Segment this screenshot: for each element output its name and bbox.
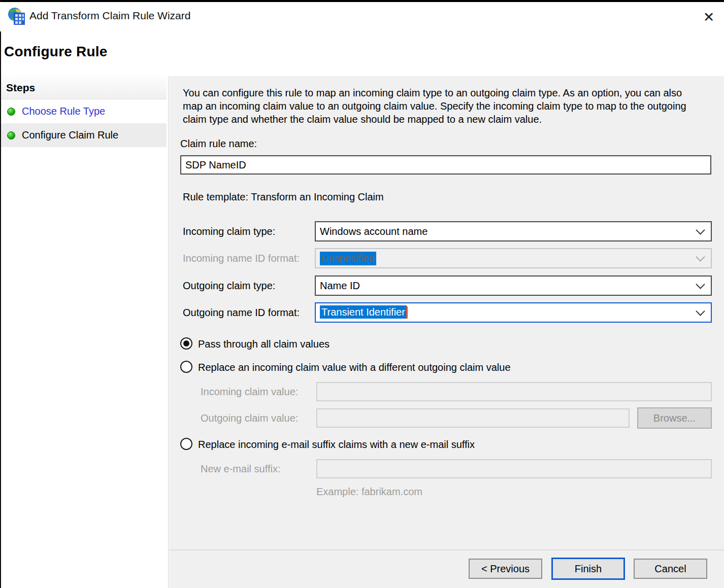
radio-pass-through-label: Pass through all claim values — [198, 338, 330, 350]
close-button[interactable]: ✕ — [698, 7, 720, 27]
steps-heading: Steps — [1, 76, 167, 99]
close-icon: ✕ — [703, 11, 715, 24]
outgoing-name-id-format-value-wrap: Transient Identifier — [320, 306, 408, 319]
radio-replace-email-label: Replace incoming e-mail suffix claims wi… — [198, 439, 475, 451]
chevron-down-icon — [696, 280, 705, 289]
step-complete-icon — [7, 131, 15, 140]
rule-description: You can configure this rule to map an in… — [183, 86, 698, 126]
incoming-claim-value-label: Incoming claim value: — [201, 386, 298, 398]
incoming-claim-type-select[interactable]: Windows account name — [315, 221, 712, 241]
incoming-claim-type-value: Windows account name — [320, 226, 427, 237]
main-panel: You can configure this rule to map an in… — [169, 76, 724, 549]
radio-replace-value-label: Replace an incoming claim value with a d… — [198, 362, 511, 373]
adfs-app-icon — [7, 7, 26, 26]
sidebar-item-configure-claim-rule[interactable]: Configure Claim Rule — [1, 123, 167, 147]
steps-panel: Steps Choose Rule Type Configure Claim R… — [1, 76, 167, 588]
incoming-name-id-format-select: Unspecified — [315, 248, 712, 268]
incoming-claim-type-label: Incoming claim type: — [183, 226, 275, 237]
chevron-down-icon — [696, 306, 705, 316]
page-title: Configure Rule — [4, 44, 107, 60]
incoming-claim-value-input — [316, 382, 712, 401]
outgoing-claim-type-value: Name ID — [320, 280, 360, 292]
wizard-window: Add Transform Claim Rule Wizard ✕ Config… — [0, 0, 724, 588]
outgoing-claim-value-label: Outgoing claim value: — [201, 412, 298, 424]
outgoing-name-id-format-value: Transient Identifier — [320, 305, 407, 319]
outgoing-claim-type-select[interactable]: Name ID — [315, 275, 712, 296]
new-email-suffix-input — [316, 459, 712, 478]
claim-rule-name-input[interactable] — [180, 155, 711, 175]
outgoing-claim-type-label: Outgoing claim type: — [183, 280, 275, 292]
incoming-name-id-format-value: Unspecified — [320, 252, 376, 265]
titlebar: Add Transform Claim Rule Wizard ✕ — [0, 2, 724, 31]
outgoing-name-id-format-select[interactable]: Transient Identifier — [315, 302, 712, 323]
browse-button: Browse... — [637, 407, 712, 429]
sidebar-divider — [168, 76, 169, 588]
text-caret — [406, 306, 408, 319]
claim-rule-name-label: Claim rule name: — [180, 138, 257, 150]
step-complete-icon — [7, 108, 15, 116]
radio-replace-email-suffix[interactable] — [180, 438, 192, 450]
new-email-suffix-label: New e-mail suffix: — [201, 463, 280, 475]
footer-bar: < Previous Finish Cancel — [169, 550, 724, 588]
chevron-down-icon — [696, 252, 705, 261]
step-label: Choose Rule Type — [22, 106, 105, 117]
step-label: Configure Claim Rule — [22, 129, 118, 141]
finish-button[interactable]: Finish — [551, 558, 625, 580]
radio-pass-through-all-claim-values[interactable] — [180, 337, 192, 350]
sidebar-item-choose-rule-type[interactable]: Choose Rule Type — [1, 99, 167, 123]
outgoing-name-id-format-label: Outgoing name ID format: — [183, 307, 300, 319]
previous-button[interactable]: < Previous — [469, 559, 542, 579]
cancel-button[interactable]: Cancel — [634, 559, 707, 579]
outgoing-claim-value-input — [316, 408, 630, 428]
radio-replace-incoming-claim-value[interactable] — [180, 361, 192, 373]
email-suffix-example: Example: fabrikam.com — [316, 486, 422, 498]
chevron-down-icon — [696, 225, 705, 234]
window-title: Add Transform Claim Rule Wizard — [29, 10, 190, 22]
rule-template-text: Rule template: Transform an Incoming Cla… — [183, 191, 384, 203]
incoming-name-id-format-label: Incoming name ID format: — [183, 253, 300, 264]
